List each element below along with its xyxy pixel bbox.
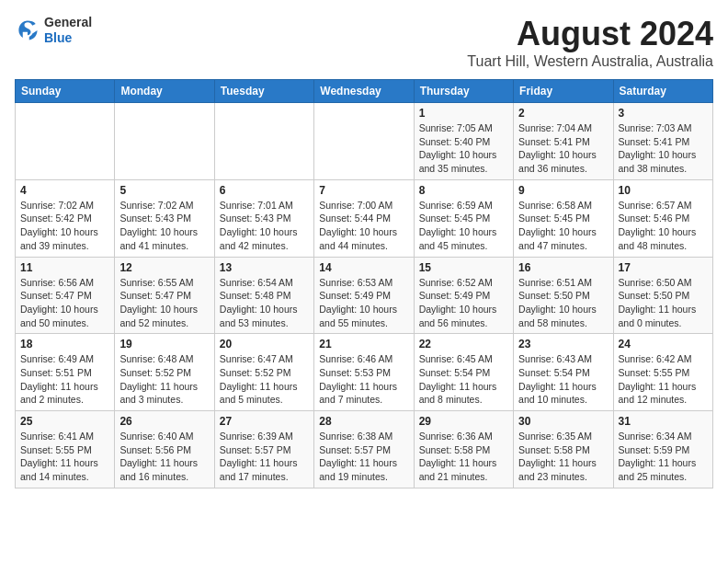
day-info: Sunrise: 7:00 AM Sunset: 5:44 PM Dayligh… (319, 199, 408, 253)
day-info: Sunrise: 6:49 AM Sunset: 5:51 PM Dayligh… (20, 352, 109, 407)
day-cell: 19Sunrise: 6:48 AM Sunset: 5:52 PM Dayli… (115, 334, 214, 411)
day-cell: 26Sunrise: 6:40 AM Sunset: 5:56 PM Dayli… (115, 411, 214, 488)
day-cell: 25Sunrise: 6:41 AM Sunset: 5:55 PM Dayli… (16, 411, 115, 488)
header-cell-thursday: Thursday (414, 80, 513, 103)
day-cell: 14Sunrise: 6:53 AM Sunset: 5:49 PM Dayli… (314, 257, 414, 334)
day-number: 19 (119, 338, 209, 350)
day-info: Sunrise: 7:01 AM Sunset: 5:43 PM Dayligh… (220, 199, 309, 253)
header-cell-sunday: Sunday (16, 80, 115, 103)
day-info: Sunrise: 6:53 AM Sunset: 5:49 PM Dayligh… (319, 276, 408, 330)
day-cell: 2Sunrise: 7:04 AM Sunset: 5:41 PM Daylig… (514, 103, 613, 180)
day-info: Sunrise: 6:51 AM Sunset: 5:50 PM Dayligh… (518, 276, 608, 330)
day-number: 16 (518, 261, 608, 274)
day-info: Sunrise: 7:02 AM Sunset: 5:43 PM Dayligh… (119, 199, 209, 253)
day-cell: 10Sunrise: 6:57 AM Sunset: 5:46 PM Dayli… (613, 179, 712, 257)
header-cell-tuesday: Tuesday (214, 80, 313, 103)
day-cell: 1Sunrise: 7:05 AM Sunset: 5:40 PM Daylig… (414, 103, 513, 180)
day-cell: 16Sunrise: 6:51 AM Sunset: 5:50 PM Dayli… (514, 257, 613, 334)
day-cell (214, 103, 313, 180)
day-info: Sunrise: 6:56 AM Sunset: 5:47 PM Dayligh… (20, 276, 109, 330)
day-info: Sunrise: 6:45 AM Sunset: 5:54 PM Dayligh… (419, 352, 508, 407)
day-cell: 23Sunrise: 6:43 AM Sunset: 5:54 PM Dayli… (514, 334, 613, 411)
day-info: Sunrise: 6:57 AM Sunset: 5:46 PM Dayligh… (619, 199, 708, 253)
day-number: 1 (419, 107, 508, 120)
day-number: 15 (419, 261, 508, 274)
day-cell: 12Sunrise: 6:55 AM Sunset: 5:47 PM Dayli… (115, 257, 214, 334)
day-info: Sunrise: 6:42 AM Sunset: 5:55 PM Dayligh… (619, 352, 708, 407)
day-cell: 13Sunrise: 6:54 AM Sunset: 5:48 PM Dayli… (214, 257, 313, 334)
logo-text: General Blue (44, 15, 92, 46)
day-info: Sunrise: 6:54 AM Sunset: 5:48 PM Dayligh… (220, 276, 309, 330)
day-cell (16, 103, 115, 180)
day-number: 12 (119, 261, 209, 274)
day-info: Sunrise: 6:48 AM Sunset: 5:52 PM Dayligh… (119, 352, 209, 407)
header-cell-friday: Friday (514, 80, 613, 103)
day-cell: 27Sunrise: 6:39 AM Sunset: 5:57 PM Dayli… (214, 411, 313, 488)
day-number: 7 (319, 184, 408, 197)
day-cell: 22Sunrise: 6:45 AM Sunset: 5:54 PM Dayli… (414, 334, 513, 411)
day-info: Sunrise: 6:46 AM Sunset: 5:53 PM Dayligh… (319, 352, 408, 407)
day-number: 8 (419, 184, 508, 197)
day-number: 10 (619, 184, 708, 197)
day-number: 26 (119, 415, 209, 428)
day-number: 31 (619, 415, 708, 428)
day-number: 14 (319, 261, 408, 274)
calendar-body: 1Sunrise: 7:05 AM Sunset: 5:40 PM Daylig… (16, 103, 713, 488)
week-row-0: 1Sunrise: 7:05 AM Sunset: 5:40 PM Daylig… (16, 103, 713, 180)
day-cell: 31Sunrise: 6:34 AM Sunset: 5:59 PM Dayli… (613, 411, 712, 488)
logo: General Blue (15, 15, 92, 46)
day-cell: 28Sunrise: 6:38 AM Sunset: 5:57 PM Dayli… (314, 411, 414, 488)
day-info: Sunrise: 6:52 AM Sunset: 5:49 PM Dayligh… (419, 276, 508, 330)
day-number: 25 (20, 415, 109, 428)
day-info: Sunrise: 6:47 AM Sunset: 5:52 PM Dayligh… (220, 352, 309, 407)
week-row-3: 18Sunrise: 6:49 AM Sunset: 5:51 PM Dayli… (16, 334, 713, 411)
day-info: Sunrise: 6:34 AM Sunset: 5:59 PM Dayligh… (619, 430, 708, 484)
logo-icon (15, 17, 40, 43)
title-block: August 2024 Tuart Hill, Western Australi… (467, 15, 713, 70)
day-info: Sunrise: 6:41 AM Sunset: 5:55 PM Dayligh… (20, 430, 109, 484)
day-number: 22 (419, 338, 508, 350)
day-cell (115, 103, 214, 180)
week-row-4: 25Sunrise: 6:41 AM Sunset: 5:55 PM Dayli… (16, 411, 713, 488)
day-cell: 30Sunrise: 6:35 AM Sunset: 5:58 PM Dayli… (514, 411, 613, 488)
day-number: 29 (419, 415, 508, 428)
day-cell: 18Sunrise: 6:49 AM Sunset: 5:51 PM Dayli… (16, 334, 115, 411)
day-number: 2 (518, 107, 608, 120)
day-cell: 21Sunrise: 6:46 AM Sunset: 5:53 PM Dayli… (314, 334, 414, 411)
day-cell: 5Sunrise: 7:02 AM Sunset: 5:43 PM Daylig… (115, 179, 214, 257)
day-info: Sunrise: 6:35 AM Sunset: 5:58 PM Dayligh… (518, 430, 608, 484)
calendar-table: SundayMondayTuesdayWednesdayThursdayFrid… (15, 79, 713, 488)
day-number: 3 (619, 107, 708, 120)
header-cell-monday: Monday (115, 80, 214, 103)
day-number: 6 (220, 184, 309, 197)
day-number: 20 (220, 338, 309, 350)
day-number: 24 (619, 338, 708, 350)
day-cell: 29Sunrise: 6:36 AM Sunset: 5:58 PM Dayli… (414, 411, 513, 488)
day-number: 21 (319, 338, 408, 350)
day-cell: 11Sunrise: 6:56 AM Sunset: 5:47 PM Dayli… (16, 257, 115, 334)
page-header: General Blue August 2024 Tuart Hill, Wes… (15, 15, 713, 70)
day-number: 4 (20, 184, 109, 197)
day-cell: 20Sunrise: 6:47 AM Sunset: 5:52 PM Dayli… (214, 334, 313, 411)
day-info: Sunrise: 6:38 AM Sunset: 5:57 PM Dayligh… (319, 430, 408, 484)
day-cell: 6Sunrise: 7:01 AM Sunset: 5:43 PM Daylig… (214, 179, 313, 257)
day-number: 9 (518, 184, 608, 197)
day-cell: 3Sunrise: 7:03 AM Sunset: 5:41 PM Daylig… (613, 103, 712, 180)
header-row: SundayMondayTuesdayWednesdayThursdayFrid… (16, 80, 713, 103)
day-number: 27 (220, 415, 309, 428)
day-info: Sunrise: 6:58 AM Sunset: 5:45 PM Dayligh… (518, 199, 608, 253)
day-info: Sunrise: 7:03 AM Sunset: 5:41 PM Dayligh… (619, 121, 708, 176)
day-info: Sunrise: 6:40 AM Sunset: 5:56 PM Dayligh… (119, 430, 209, 484)
day-cell (314, 103, 414, 180)
week-row-2: 11Sunrise: 6:56 AM Sunset: 5:47 PM Dayli… (16, 257, 713, 334)
day-number: 11 (20, 261, 109, 274)
day-number: 30 (518, 415, 608, 428)
day-info: Sunrise: 6:55 AM Sunset: 5:47 PM Dayligh… (119, 276, 209, 330)
day-number: 23 (518, 338, 608, 350)
day-number: 13 (220, 261, 309, 274)
calendar-header: SundayMondayTuesdayWednesdayThursdayFrid… (16, 80, 713, 103)
day-cell: 24Sunrise: 6:42 AM Sunset: 5:55 PM Dayli… (613, 334, 712, 411)
day-number: 5 (119, 184, 209, 197)
header-cell-saturday: Saturday (613, 80, 712, 103)
day-number: 28 (319, 415, 408, 428)
